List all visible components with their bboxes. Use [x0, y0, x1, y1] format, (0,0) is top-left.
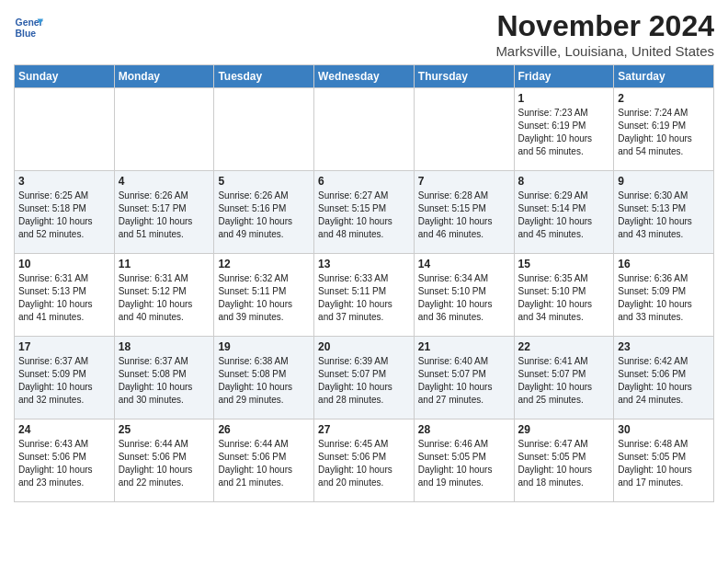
calendar-cell: 27Sunrise: 6:45 AM Sunset: 5:06 PM Dayli…	[314, 419, 415, 502]
day-number: 20	[318, 340, 410, 353]
cell-info: Sunrise: 6:38 AM Sunset: 5:08 PM Dayligh…	[218, 355, 310, 407]
calendar-cell: 8Sunrise: 6:29 AM Sunset: 5:14 PM Daylig…	[514, 171, 614, 254]
cell-info: Sunrise: 6:43 AM Sunset: 5:06 PM Dayligh…	[18, 438, 110, 489]
cell-info: Sunrise: 6:30 AM Sunset: 5:13 PM Dayligh…	[618, 190, 710, 241]
calendar-header-row: Sunday Monday Tuesday Wednesday Thursday…	[15, 65, 714, 88]
col-thursday: Thursday	[414, 65, 514, 88]
day-number: 12	[218, 258, 310, 270]
cell-info: Sunrise: 6:31 AM Sunset: 5:12 PM Dayligh…	[119, 272, 210, 324]
col-friday: Friday	[514, 65, 614, 88]
calendar-cell: 16Sunrise: 6:36 AM Sunset: 5:09 PM Dayli…	[614, 254, 714, 337]
cell-info: Sunrise: 6:25 AM Sunset: 5:18 PM Dayligh…	[18, 190, 110, 241]
calendar-week-row: 3Sunrise: 6:25 AM Sunset: 5:18 PM Daylig…	[15, 171, 714, 254]
calendar-cell: 23Sunrise: 6:42 AM Sunset: 5:06 PM Dayli…	[614, 337, 714, 419]
calendar-cell: 30Sunrise: 6:48 AM Sunset: 5:05 PM Dayli…	[614, 419, 714, 502]
day-number: 21	[418, 340, 510, 353]
cell-info: Sunrise: 6:33 AM Sunset: 5:11 PM Dayligh…	[318, 272, 410, 324]
cell-info: Sunrise: 6:40 AM Sunset: 5:07 PM Dayligh…	[418, 355, 510, 407]
cell-info: Sunrise: 6:27 AM Sunset: 5:15 PM Dayligh…	[318, 190, 410, 241]
calendar-cell: 18Sunrise: 6:37 AM Sunset: 5:08 PM Dayli…	[114, 337, 214, 419]
calendar-cell: 22Sunrise: 6:41 AM Sunset: 5:07 PM Dayli…	[514, 337, 614, 419]
day-number: 6	[318, 175, 410, 188]
col-sunday: Sunday	[15, 65, 115, 88]
day-number: 8	[518, 175, 610, 188]
calendar-cell: 15Sunrise: 6:35 AM Sunset: 5:10 PM Dayli…	[514, 254, 614, 337]
day-number: 10	[18, 258, 110, 270]
calendar-cell: 20Sunrise: 6:39 AM Sunset: 5:07 PM Dayli…	[314, 337, 415, 419]
calendar-cell	[15, 88, 115, 171]
day-number: 25	[119, 423, 210, 436]
calendar-cell: 17Sunrise: 6:37 AM Sunset: 5:09 PM Dayli…	[15, 337, 115, 419]
day-number: 28	[418, 423, 510, 436]
day-number: 13	[318, 258, 410, 270]
day-number: 19	[218, 340, 310, 353]
calendar-cell: 14Sunrise: 6:34 AM Sunset: 5:10 PM Dayli…	[414, 254, 514, 337]
day-number: 3	[18, 175, 110, 188]
cell-info: Sunrise: 6:41 AM Sunset: 5:07 PM Dayligh…	[518, 355, 610, 407]
calendar-title: November 2024	[495, 9, 714, 43]
col-saturday: Saturday	[614, 65, 714, 88]
calendar-cell	[314, 88, 415, 171]
day-number: 22	[518, 340, 610, 353]
day-number: 11	[119, 258, 210, 270]
day-number: 9	[618, 175, 710, 188]
day-number: 16	[618, 258, 710, 270]
cell-info: Sunrise: 6:37 AM Sunset: 5:09 PM Dayligh…	[18, 355, 110, 407]
cell-info: Sunrise: 6:44 AM Sunset: 5:06 PM Dayligh…	[218, 438, 310, 489]
day-number: 14	[418, 258, 510, 270]
calendar-cell: 10Sunrise: 6:31 AM Sunset: 5:13 PM Dayli…	[15, 254, 115, 337]
cell-info: Sunrise: 7:24 AM Sunset: 6:19 PM Dayligh…	[618, 107, 710, 158]
calendar-cell: 24Sunrise: 6:43 AM Sunset: 5:06 PM Dayli…	[15, 419, 115, 502]
col-tuesday: Tuesday	[214, 65, 314, 88]
cell-info: Sunrise: 6:42 AM Sunset: 5:06 PM Dayligh…	[618, 355, 710, 407]
calendar-cell: 11Sunrise: 6:31 AM Sunset: 5:12 PM Dayli…	[114, 254, 214, 337]
cell-info: Sunrise: 6:48 AM Sunset: 5:05 PM Dayligh…	[618, 438, 710, 489]
calendar-cell: 3Sunrise: 6:25 AM Sunset: 5:18 PM Daylig…	[15, 171, 115, 254]
cell-info: Sunrise: 6:26 AM Sunset: 5:17 PM Dayligh…	[119, 190, 210, 241]
calendar-week-row: 10Sunrise: 6:31 AM Sunset: 5:13 PM Dayli…	[15, 254, 714, 337]
col-wednesday: Wednesday	[314, 65, 415, 88]
calendar-cell	[414, 88, 514, 171]
calendar-cell: 12Sunrise: 6:32 AM Sunset: 5:11 PM Dayli…	[214, 254, 314, 337]
cell-info: Sunrise: 6:31 AM Sunset: 5:13 PM Dayligh…	[18, 272, 110, 324]
day-number: 4	[119, 175, 210, 188]
day-number: 30	[618, 423, 710, 436]
logo: General Blue	[14, 13, 43, 42]
cell-info: Sunrise: 7:23 AM Sunset: 6:19 PM Dayligh…	[518, 107, 610, 158]
col-monday: Monday	[114, 65, 214, 88]
calendar-subtitle: Marksville, Louisiana, United States	[495, 43, 714, 59]
cell-info: Sunrise: 6:46 AM Sunset: 5:05 PM Dayligh…	[418, 438, 510, 489]
calendar-cell: 28Sunrise: 6:46 AM Sunset: 5:05 PM Dayli…	[414, 419, 514, 502]
calendar-week-row: 24Sunrise: 6:43 AM Sunset: 5:06 PM Dayli…	[15, 419, 714, 502]
day-number: 24	[18, 423, 110, 436]
day-number: 18	[119, 340, 210, 353]
day-number: 27	[318, 423, 410, 436]
cell-info: Sunrise: 6:28 AM Sunset: 5:15 PM Dayligh…	[418, 190, 510, 241]
page-container: General Blue November 2024 Marksville, L…	[0, 0, 728, 516]
day-number: 17	[18, 340, 110, 353]
cell-info: Sunrise: 6:47 AM Sunset: 5:05 PM Dayligh…	[518, 438, 610, 489]
calendar-week-row: 1Sunrise: 7:23 AM Sunset: 6:19 PM Daylig…	[15, 88, 714, 171]
calendar-table: Sunday Monday Tuesday Wednesday Thursday…	[14, 64, 714, 502]
calendar-cell: 1Sunrise: 7:23 AM Sunset: 6:19 PM Daylig…	[514, 88, 614, 171]
cell-info: Sunrise: 6:39 AM Sunset: 5:07 PM Dayligh…	[318, 355, 410, 407]
calendar-cell	[114, 88, 214, 171]
calendar-cell	[214, 88, 314, 171]
cell-info: Sunrise: 6:36 AM Sunset: 5:09 PM Dayligh…	[618, 272, 710, 324]
calendar-cell: 29Sunrise: 6:47 AM Sunset: 5:05 PM Dayli…	[514, 419, 614, 502]
cell-info: Sunrise: 6:35 AM Sunset: 5:10 PM Dayligh…	[518, 272, 610, 324]
svg-text:Blue: Blue	[16, 29, 37, 39]
calendar-cell: 19Sunrise: 6:38 AM Sunset: 5:08 PM Dayli…	[214, 337, 314, 419]
logo-icon: General Blue	[14, 13, 43, 42]
page-header: General Blue November 2024 Marksville, L…	[14, 9, 714, 59]
cell-info: Sunrise: 6:37 AM Sunset: 5:08 PM Dayligh…	[119, 355, 210, 407]
cell-info: Sunrise: 6:26 AM Sunset: 5:16 PM Dayligh…	[218, 190, 310, 241]
day-number: 2	[618, 92, 710, 105]
calendar-cell: 2Sunrise: 7:24 AM Sunset: 6:19 PM Daylig…	[614, 88, 714, 171]
calendar-cell: 9Sunrise: 6:30 AM Sunset: 5:13 PM Daylig…	[614, 171, 714, 254]
calendar-cell: 13Sunrise: 6:33 AM Sunset: 5:11 PM Dayli…	[314, 254, 415, 337]
calendar-cell: 4Sunrise: 6:26 AM Sunset: 5:17 PM Daylig…	[114, 171, 214, 254]
calendar-cell: 5Sunrise: 6:26 AM Sunset: 5:16 PM Daylig…	[214, 171, 314, 254]
day-number: 1	[518, 92, 610, 105]
day-number: 7	[418, 175, 510, 188]
